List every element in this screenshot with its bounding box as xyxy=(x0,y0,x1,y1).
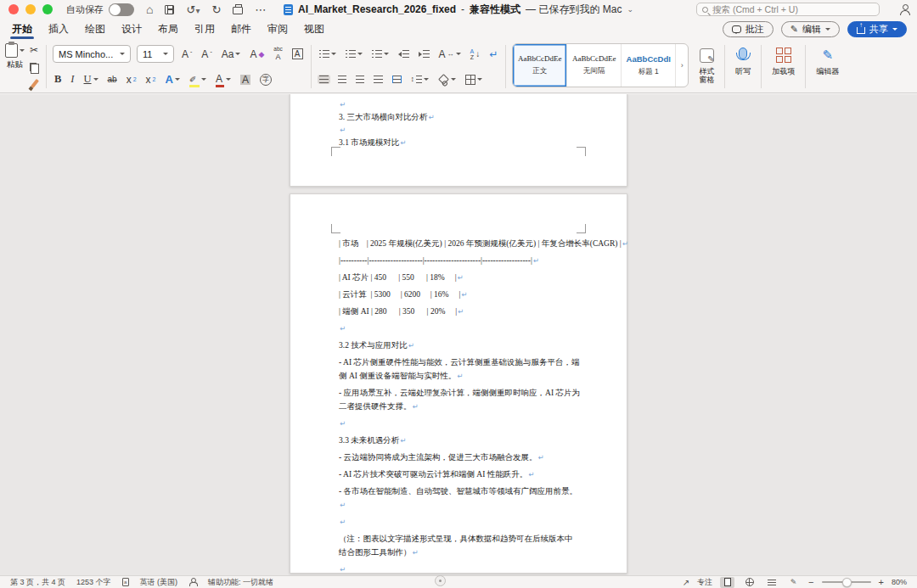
editor-button[interactable]: ✎ 编辑器 xyxy=(812,43,843,90)
increase-indent-button[interactable] xyxy=(417,49,431,59)
grow-font-button[interactable]: Aˆ xyxy=(180,48,194,60)
focus-mode-button[interactable]: 专注 xyxy=(697,577,712,588)
tab-home[interactable]: 开始 xyxy=(10,19,34,40)
zoom-out-button[interactable]: − xyxy=(808,577,813,587)
print-layout-view-button[interactable] xyxy=(720,577,734,588)
justify-button[interactable] xyxy=(372,75,385,84)
change-case-button[interactable]: Aa xyxy=(220,48,243,60)
text-boundary-mark xyxy=(577,224,586,233)
outline-view-button[interactable] xyxy=(764,577,779,588)
format-painter-icon[interactable] xyxy=(31,79,39,88)
styles-pane-button[interactable]: 样式窗格 xyxy=(695,43,718,90)
align-center-button[interactable] xyxy=(336,75,348,84)
decrease-indent-button[interactable] xyxy=(397,49,411,59)
bold-button[interactable]: B xyxy=(53,73,63,86)
asian-layout-button[interactable]: A↔ xyxy=(437,48,463,60)
shading-button[interactable] xyxy=(436,75,458,84)
dictate-button[interactable]: 听写 xyxy=(731,43,755,90)
comments-button[interactable]: 批注 xyxy=(723,21,774,37)
pilcrow-mark: ↵ xyxy=(340,100,346,109)
underline-button[interactable]: U xyxy=(82,73,100,86)
proofing-icon[interactable] xyxy=(122,578,129,586)
subscript-button[interactable]: x2 xyxy=(125,74,138,86)
superscript-button[interactable]: x2 xyxy=(144,74,158,86)
tab-references[interactable]: 引用 xyxy=(193,19,217,40)
account-icon[interactable] xyxy=(899,4,910,15)
zoom-slider-thumb[interactable] xyxy=(842,578,852,587)
share-button[interactable]: 共享 xyxy=(847,21,907,37)
copy-icon[interactable] xyxy=(30,63,37,71)
sort-button[interactable]: AZ↓ xyxy=(469,48,482,61)
formatting-marks-button[interactable]: ↵ xyxy=(487,48,499,60)
autosave-toggle[interactable] xyxy=(109,3,134,16)
document-title: AI_Market_Research_2026_fixed xyxy=(298,3,456,15)
close-button[interactable] xyxy=(8,4,19,14)
character-shading-button[interactable]: A xyxy=(239,74,252,86)
distribute-button[interactable] xyxy=(391,75,403,84)
home-icon[interactable]: ⌂ xyxy=(146,3,153,15)
redo-icon[interactable]: ↻ xyxy=(211,4,221,15)
draft-view-button[interactable]: ✎ xyxy=(786,577,801,588)
tab-draw[interactable]: 绘图 xyxy=(83,19,107,40)
tab-layout[interactable]: 布局 xyxy=(156,19,180,40)
character-border-button[interactable]: A xyxy=(290,48,305,60)
font-color-button[interactable]: A xyxy=(214,70,233,89)
bullets-button[interactable] xyxy=(318,49,338,59)
edit-mode-button[interactable]: ✎ 编辑 xyxy=(781,21,840,37)
language-indicator[interactable]: 英语 (美国) xyxy=(140,577,178,588)
document-page-4[interactable]: | 市场 | 2025 年规模(亿美元) | 2026 年预测规模(亿美元) |… xyxy=(290,193,627,574)
style-no-spacing[interactable]: AaBbCcDdEe 无间隔 xyxy=(567,44,622,87)
doc-heading: 3.3 未来机遇分析↵ xyxy=(339,434,580,447)
style-normal[interactable]: AaBbCcDdEe 正文 xyxy=(513,44,567,87)
align-left-button[interactable] xyxy=(318,75,330,84)
line-spacing-button[interactable]: ↕ xyxy=(409,75,431,84)
style-heading-1[interactable]: AaBbCcDdI 标题 1 xyxy=(622,44,676,87)
minimize-button[interactable] xyxy=(25,4,36,14)
style-gallery: AaBbCcDdEe 正文 AaBbCcDdEe 无间隔 AaBbCcDdI 标… xyxy=(512,43,689,87)
accessibility-status[interactable]: 辅助功能: 一切就绪 xyxy=(208,577,273,588)
print-icon[interactable] xyxy=(233,7,243,14)
zoom-in-button[interactable]: + xyxy=(879,577,884,587)
search-box[interactable] xyxy=(696,3,880,16)
multilevel-list-button[interactable] xyxy=(370,49,391,59)
tab-view[interactable]: 视图 xyxy=(302,19,326,40)
doc-paragraph: - AI 芯片侧重硬件性能与能效，云计算侧重基础设施与服务平台，端侧 AI 侧重… xyxy=(339,356,580,383)
doc-heading: 3.2 技术与应用对比↵ xyxy=(339,339,580,352)
enclose-characters-button[interactable]: 字 xyxy=(258,73,273,87)
phonetic-guide-button[interactable]: abcA xyxy=(272,46,284,63)
page-indicator[interactable]: 第 3 页，共 4 页 xyxy=(10,577,65,588)
tab-design[interactable]: 设计 xyxy=(120,19,143,40)
doc-table-row: | 端侧 AI | 280 | 350 | 20% |↵ xyxy=(339,305,580,318)
document-page-3[interactable]: ↵ 3. 三大市场横向对比分析↵ ↵ 3.1 市场规模对比↵ xyxy=(290,94,627,187)
title-chevron-icon[interactable]: ⌄ xyxy=(627,5,633,14)
highlight-color-button[interactable]: ✐ xyxy=(188,70,208,89)
paste-button[interactable]: 粘贴 xyxy=(5,43,25,90)
tab-review[interactable]: 审阅 xyxy=(266,19,290,40)
shrink-font-button[interactable]: Aˇ xyxy=(200,48,213,60)
accessibility-icon xyxy=(188,578,197,586)
numbering-button[interactable] xyxy=(344,49,364,59)
font-size-select[interactable]: 11 xyxy=(137,45,174,63)
fullscreen-button[interactable] xyxy=(42,4,53,14)
zoom-level[interactable]: 80% xyxy=(892,578,907,586)
text-effects-button[interactable]: A xyxy=(163,73,181,86)
font-name-select[interactable]: MS Mincho... xyxy=(53,45,131,63)
borders-button[interactable] xyxy=(464,74,484,86)
zoom-slider[interactable] xyxy=(822,581,871,583)
align-right-button[interactable] xyxy=(354,75,366,84)
tab-insert[interactable]: 插入 xyxy=(47,19,70,40)
italic-button[interactable]: I xyxy=(69,73,76,86)
status-center-button[interactable] xyxy=(435,575,446,586)
more-commands-icon[interactable]: ⋯ xyxy=(255,4,266,15)
search-input[interactable] xyxy=(712,4,874,14)
undo-icon[interactable]: ↺▾ xyxy=(186,4,200,15)
clear-formatting-button[interactable]: A◆ xyxy=(248,48,266,60)
strikethrough-button[interactable]: ab xyxy=(106,75,119,85)
word-count[interactable]: 1253 个字 xyxy=(76,577,111,588)
web-layout-view-button[interactable] xyxy=(742,577,757,588)
addins-button[interactable]: 加载项 xyxy=(768,43,799,90)
save-icon[interactable] xyxy=(165,5,174,14)
cut-icon[interactable]: ✂ xyxy=(30,45,40,55)
style-gallery-more-button[interactable]: › xyxy=(676,44,688,87)
tab-mailings[interactable]: 邮件 xyxy=(229,19,253,40)
